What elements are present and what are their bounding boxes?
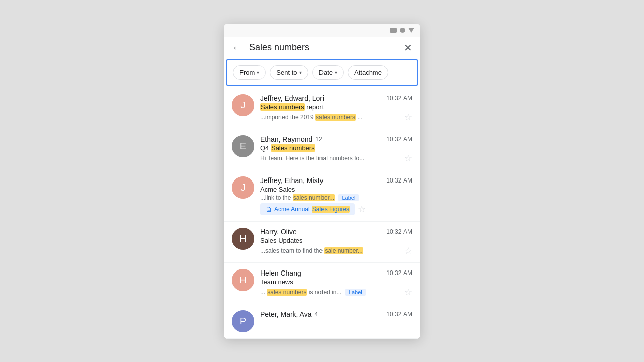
email-content: Peter, Mark, Ava 4 10:32 AM: [260, 310, 412, 319]
svg-text:E: E: [240, 141, 246, 151]
sender-row: Ethan, Raymond 12: [260, 135, 323, 143]
subject-text: Sales Updates: [260, 237, 303, 244]
chevron-down-icon: ▾: [335, 70, 337, 75]
star-button[interactable]: ☆: [358, 204, 366, 215]
email-preview-row: ...imported the 2019 sales numbers ... ☆: [260, 112, 412, 123]
preview-highlight: sales number...: [293, 194, 335, 201]
message-count: 4: [314, 311, 318, 318]
status-icon-circle: [400, 28, 405, 33]
email-subject: Sales Updates: [260, 237, 412, 244]
email-list: J Jeffrey, Edward, Lori 10:32 AM Sales n…: [224, 88, 420, 339]
attachment-chip[interactable]: 🗎 Acme Annual Sales Figures: [260, 203, 355, 215]
email-item[interactable]: E Ethan, Raymond 12 10:32 AM Q4 Sales nu…: [224, 129, 420, 170]
email-actions: 🗎 Acme Annual Sales Figures ☆: [260, 203, 412, 215]
email-header: Jeffrey, Ethan, Misty 10:32 AM: [260, 176, 412, 185]
email-content: Helen Chang 10:32 AM Team news ... sales…: [260, 269, 412, 298]
star-button[interactable]: ☆: [404, 112, 412, 123]
sender-name: Helen Chang: [260, 269, 301, 277]
email-item[interactable]: H Harry, Olive 10:32 AM Sales Updates ..…: [224, 222, 420, 263]
svg-text:P: P: [240, 316, 246, 326]
email-header: Jeffrey, Edward, Lori 10:32 AM: [260, 94, 412, 102]
avatar: H: [232, 228, 254, 250]
avatar: J: [232, 176, 254, 199]
avatar: H: [232, 269, 254, 291]
search-bar: ← Sales numbers ✕: [224, 37, 420, 59]
email-content: Jeffrey, Edward, Lori 10:32 AM Sales num…: [260, 94, 412, 123]
email-preview-row: Hi Team, Here is the final numbers fo...…: [260, 153, 412, 164]
status-icon-signal: [408, 28, 414, 33]
preview-highlight: sale number...: [324, 247, 363, 254]
sender-name: Jeffrey, Edward, Lori: [260, 94, 324, 102]
subject-prefix: Q4: [260, 144, 271, 152]
star-button[interactable]: ☆: [404, 153, 412, 164]
preview-rest: is noted in...: [309, 289, 342, 296]
message-count: 12: [315, 136, 322, 143]
clear-search-button[interactable]: ✕: [404, 42, 412, 54]
document-icon: 🗎: [265, 205, 272, 213]
email-content: Ethan, Raymond 12 10:32 AM Q4 Sales numb…: [260, 135, 412, 164]
sender-name: Harry, Olive: [260, 228, 297, 236]
filter-from-label: From: [239, 69, 255, 76]
email-time: 10:32 AM: [386, 95, 412, 102]
email-header: Helen Chang 10:32 AM: [260, 269, 412, 277]
chevron-down-icon: ▾: [299, 70, 302, 75]
subject-text: Acme Sales: [260, 186, 295, 193]
email-content: Harry, Olive 10:32 AM Sales Updates ...s…: [260, 228, 412, 256]
preview-text: Hi Team, Here is the final numbers fo...: [260, 155, 364, 162]
subject-highlight: Sales numbers: [260, 103, 305, 111]
email-preview: ... sales numbers is noted in... Label: [260, 289, 366, 296]
email-subject: Sales numbers report: [260, 103, 412, 111]
email-header: Harry, Olive 10:32 AM: [260, 228, 412, 236]
email-time: 10:32 AM: [386, 136, 412, 143]
search-query: Sales numbers: [249, 42, 397, 53]
subject-rest: report: [306, 103, 324, 111]
sender-name: Jeffrey, Ethan, Misty: [260, 176, 324, 185]
email-preview-row: ...sales team to find the sale number...…: [260, 245, 412, 256]
avatar: E: [232, 135, 254, 157]
email-time: 10:32 AM: [386, 228, 412, 235]
sender-row: Peter, Mark, Ava 4: [260, 310, 318, 318]
svg-text:H: H: [240, 275, 247, 285]
svg-text:H: H: [240, 234, 247, 244]
chevron-down-icon: ▾: [257, 70, 259, 75]
status-icon-rect: [390, 28, 397, 33]
email-time: 10:32 AM: [386, 311, 412, 318]
sender-row: Helen Chang: [260, 269, 301, 277]
email-header: Peter, Mark, Ava 4 10:32 AM: [260, 310, 412, 318]
email-subject: Acme Sales: [260, 186, 412, 193]
email-preview: Hi Team, Here is the final numbers fo...: [260, 155, 364, 162]
email-item[interactable]: P Peter, Mark, Ava 4 10:32 AM: [224, 304, 420, 339]
label-chip: Label: [345, 289, 366, 296]
filter-from[interactable]: From ▾: [233, 65, 266, 80]
back-button[interactable]: ←: [232, 42, 243, 53]
filter-bar: From ▾ Sent to ▾ Date ▾ Attachme: [226, 59, 418, 86]
sender-row: Jeffrey, Edward, Lori: [260, 94, 324, 102]
preview-highlight: sales numbers: [267, 289, 307, 296]
preview-highlight: sales numbers: [315, 114, 356, 121]
attachment-highlight: Sales Figures: [312, 206, 350, 213]
preview-text: ...imported the 2019: [260, 114, 315, 121]
email-preview: ...link to the sales number... Label: [260, 194, 412, 201]
email-time: 10:32 AM: [386, 177, 412, 184]
email-item[interactable]: J Jeffrey, Ethan, Misty 10:32 AM Acme Sa…: [224, 170, 420, 222]
email-item[interactable]: H Helen Chang 10:32 AM Team news ... sal…: [224, 263, 420, 304]
filter-date[interactable]: Date ▾: [312, 65, 344, 80]
attachment-name-prefix: Acme Annual: [274, 206, 310, 213]
star-button[interactable]: ☆: [404, 245, 412, 256]
status-bar: [224, 24, 420, 37]
preview-text: ...: [260, 289, 265, 296]
filter-sent-to[interactable]: Sent to ▾: [270, 65, 308, 80]
sender-name: Peter, Mark, Ava: [260, 310, 311, 318]
email-subject: Q4 Sales numbers: [260, 144, 412, 152]
avatar: P: [232, 310, 254, 332]
sender-name: Ethan, Raymond: [260, 135, 312, 143]
subject-highlight: Sales numbers: [271, 144, 315, 152]
email-time: 10:32 AM: [386, 269, 412, 277]
preview-text: ...sales team to find the: [260, 247, 324, 254]
star-button[interactable]: ☆: [404, 287, 412, 298]
email-preview-row: ... sales numbers is noted in... Label ☆: [260, 287, 412, 298]
email-item[interactable]: J Jeffrey, Edward, Lori 10:32 AM Sales n…: [224, 88, 420, 129]
filter-attachments[interactable]: Attachme: [348, 65, 388, 80]
email-content: Jeffrey, Ethan, Misty 10:32 AM Acme Sale…: [260, 176, 412, 215]
filter-sent-to-label: Sent to: [276, 69, 297, 76]
